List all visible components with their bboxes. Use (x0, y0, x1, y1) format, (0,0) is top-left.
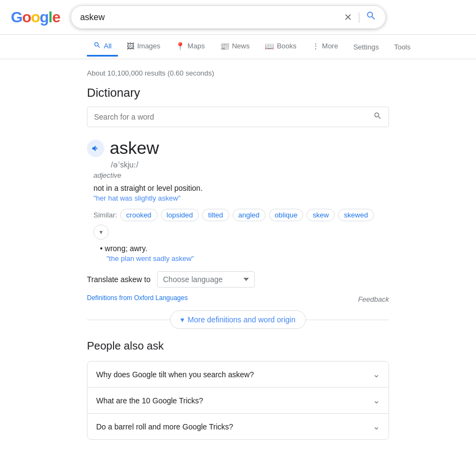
more-definitions-button[interactable]: ▾ More definitions and word origin (170, 310, 305, 329)
more-defs-label: More definitions and word origin (187, 315, 295, 324)
similar-chip-skew[interactable]: skew (306, 209, 335, 221)
paa-title: People also ask (87, 340, 389, 352)
paa-chevron-2: ⌄ (373, 395, 380, 406)
similar-chip-tilted[interactable]: tilted (202, 209, 229, 221)
search-submit-icon[interactable] (366, 10, 377, 24)
tab-more-label: More (322, 42, 339, 50)
part-of-speech: adjective (93, 171, 389, 179)
paa-chevron-3: ⌄ (373, 421, 380, 432)
attribution-row: Definitions from Oxford Languages Feedba… (87, 294, 389, 306)
tab-maps[interactable]: 📍 Maps (169, 38, 211, 57)
logo-letter-o1: o (22, 9, 31, 26)
similar-label: Similar: (93, 211, 117, 219)
paa-item-1[interactable]: Why does Google tilt when you search ask… (87, 361, 389, 388)
tab-more[interactable]: ⋮ More (305, 38, 345, 57)
paa-question-2-text: What are the 10 Google Tricks? (96, 396, 203, 405)
paa-question-1[interactable]: Why does Google tilt when you search ask… (87, 361, 389, 387)
clear-icon[interactable]: ✕ (344, 11, 352, 23)
similar-chip-oblique[interactable]: oblique (269, 209, 304, 221)
logo-letter-e: e (52, 9, 60, 26)
paa-question-3-text: Do a barrel roll and more Google Tricks? (96, 422, 233, 431)
tab-images-label: Images (137, 42, 160, 50)
right-divider (306, 320, 389, 320)
definition-1: not in a straight or level position. "he… (93, 184, 389, 202)
definitions: not in a straight or level position. "he… (93, 184, 389, 263)
tab-images[interactable]: 🖼 Images (120, 38, 167, 57)
pronunciation: /əˈskjuː/ (111, 160, 389, 169)
dictionary-search-icon (373, 111, 382, 122)
people-also-ask-section: People also ask Why does Google tilt whe… (87, 340, 389, 440)
definition-2-text: wrong; awry. (100, 244, 389, 253)
dictionary-title: Dictionary (87, 86, 389, 100)
paa-list: Why does Google tilt when you search ask… (87, 361, 389, 440)
tab-books[interactable]: 📖 Books (258, 38, 303, 57)
definition-2: wrong; awry. "the plan went sadly askew" (100, 244, 389, 263)
dictionary-search-input[interactable] (94, 113, 373, 121)
divider-icon: | (358, 11, 360, 23)
language-select[interactable]: Choose language Spanish French German It… (157, 271, 255, 288)
word-header: askew (87, 138, 389, 158)
paa-question-2[interactable]: What are the 10 Google Tricks? ⌄ (87, 388, 389, 413)
word-entry: askew /əˈskjuː/ adjective not in a strai… (87, 138, 389, 329)
translate-row: Translate askew to Choose language Spani… (87, 271, 389, 288)
more-definitions-row: ▾ More definitions and word origin (87, 310, 389, 329)
audio-button[interactable] (87, 140, 104, 157)
nav-tabs: All 🖼 Images 📍 Maps 📰 News 📖 Books ⋮ Mor… (0, 35, 476, 59)
logo-letter-g: G (11, 9, 22, 26)
main-content: About 10,100,000 results (0.60 seconds) … (0, 59, 476, 445)
tab-news[interactable]: 📰 News (214, 38, 256, 57)
logo-letter-o2: o (31, 9, 40, 26)
tab-all[interactable]: All (87, 37, 118, 57)
similar-chip-angled[interactable]: angled (233, 209, 266, 221)
paa-item-3[interactable]: Do a barrel roll and more Google Tricks?… (87, 414, 389, 439)
maps-tab-icon: 📍 (176, 42, 185, 51)
paa-item-2[interactable]: What are the 10 Google Tricks? ⌄ (87, 388, 389, 414)
tab-books-label: Books (277, 42, 296, 50)
tab-all-label: All (104, 42, 111, 50)
definition-1-example: "her hat was slightly askew" (93, 194, 389, 202)
search-bar: askew ✕ | (71, 5, 386, 29)
word-title: askew (110, 138, 159, 158)
tab-news-label: News (232, 42, 250, 50)
settings-link[interactable]: Settings (347, 39, 385, 55)
tools-label: Tools (394, 43, 410, 51)
news-tab-icon: 📰 (220, 42, 229, 51)
definition-2-example: "the plan went sadly askew" (107, 254, 389, 263)
feedback-row: Feedback (358, 295, 389, 303)
search-input[interactable]: askew (80, 13, 344, 22)
logo-letter-le: l (48, 9, 52, 26)
similar-words-row: Similar: crooked lopsided tilted angled … (93, 209, 389, 240)
more-defs-chevron: ▾ (180, 315, 184, 324)
tools-link[interactable]: Tools (387, 39, 417, 55)
left-divider (87, 320, 170, 320)
paa-chevron-1: ⌄ (373, 369, 380, 379)
expand-similar-button[interactable]: ▾ (93, 225, 109, 240)
header: Google askew ✕ | (0, 0, 476, 35)
paa-question-1-text: Why does Google tilt when you search ask… (96, 370, 254, 379)
dictionary-section: Dictionary askew /əˈskjuː/ adjective not… (87, 86, 389, 329)
similar-chip-crooked[interactable]: crooked (120, 209, 157, 221)
results-count: About 10,100,000 results (0.60 seconds) (87, 69, 389, 77)
images-tab-icon: 🖼 (127, 42, 134, 51)
oxford-link[interactable]: Oxford Languages (134, 294, 188, 302)
paa-question-3[interactable]: Do a barrel roll and more Google Tricks?… (87, 414, 389, 439)
definitions-from-label: Definitions from (87, 294, 134, 302)
tab-maps-label: Maps (187, 42, 205, 50)
translate-label: Translate askew to (87, 275, 151, 284)
logo-letter-gl: g (40, 9, 48, 26)
definition-1-text: not in a straight or level position. (93, 184, 389, 192)
nav-settings: Settings Tools (347, 39, 417, 55)
feedback-link[interactable]: Feedback (358, 295, 389, 303)
search-icons: ✕ | (344, 10, 377, 24)
more-tab-icon: ⋮ (312, 42, 320, 51)
similar-chip-skewed[interactable]: skewed (338, 209, 374, 221)
similar-chip-lopsided[interactable]: lopsided (161, 209, 199, 221)
google-logo[interactable]: Google (11, 9, 60, 26)
settings-label: Settings (353, 43, 379, 51)
all-tab-icon (93, 41, 101, 51)
dictionary-search-bar (87, 107, 389, 127)
oxford-attribution: Definitions from Oxford Languages (87, 294, 187, 302)
books-tab-icon: 📖 (265, 42, 274, 51)
